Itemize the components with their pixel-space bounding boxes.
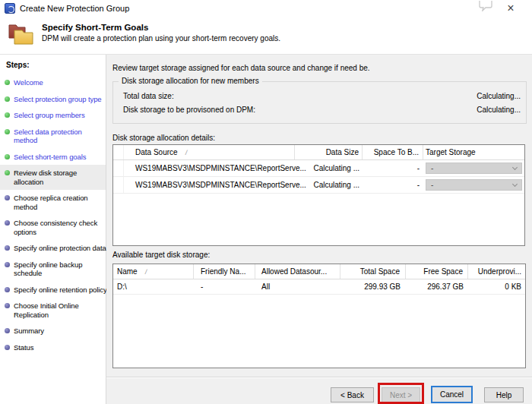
allowed-datasources-cell: All — [255, 279, 340, 294]
dpm-app-icon — [5, 3, 15, 14]
details-table-label: Disk storage allocation details: — [112, 134, 215, 142]
data-size-cell: Calculating ... — [295, 177, 363, 193]
details-table: Data Source / Data Size Space To B... Ta… — [112, 144, 525, 246]
step-status-bullet — [5, 154, 10, 159]
help-button[interactable]: Help — [484, 387, 524, 402]
column-header-space-to-be[interactable]: Space To B... — [363, 145, 423, 159]
dropdown-value: - — [431, 164, 513, 172]
feedback-bubble-icon[interactable] — [479, 1, 492, 14]
sidebar-step-select-data-protection-method[interactable]: Select data protection method — [0, 124, 106, 149]
target-storage-dropdown[interactable]: - — [426, 179, 522, 191]
window-title: Create New Protection Group — [20, 0, 129, 17]
steps-heading: Steps: — [6, 61, 106, 69]
sidebar-step-select-group-members[interactable]: Select group members — [0, 107, 106, 124]
column-header-data-size[interactable]: Data Size — [295, 145, 363, 159]
close-button[interactable]: × — [498, 0, 524, 17]
cancel-button[interactable]: Cancel — [431, 386, 473, 403]
sidebar-step-label: Specify online retention policy — [14, 286, 104, 295]
step-status-bullet — [5, 262, 10, 267]
sidebar-step-specify-online-protection-data[interactable]: Specify online protection data — [0, 240, 106, 257]
sidebar-step-welcome[interactable]: Welcome — [0, 74, 106, 91]
sidebar-step-specify-online-backup-schedule[interactable]: Specify online backup schedule — [0, 257, 106, 282]
step-status-bullet — [5, 112, 10, 118]
details-table-row[interactable]: WS19MABSV3\MSDPMINSTANCE\ReportServe...C… — [113, 160, 524, 177]
disk-storage-provisioned-row: Disk storage to be provisoned on DPM: Ca… — [113, 106, 526, 115]
sidebar-step-label: Specify online protection data — [14, 244, 104, 253]
sort-ascending-icon: / — [185, 149, 188, 156]
target-storage-cell: - — [423, 177, 524, 193]
steps-list: WelcomeSelect protection group typeSelec… — [0, 74, 106, 355]
chevron-down-icon — [512, 181, 518, 186]
sidebar-step-label: Select group members — [14, 111, 104, 120]
intro-text: Review target storage assigned for each … — [112, 64, 370, 72]
sidebar-step-status[interactable]: Status — [0, 339, 106, 356]
column-header-label: Name — [117, 267, 138, 276]
available-table-label: Available target disk storage: — [112, 251, 210, 259]
back-button[interactable]: < Back — [331, 387, 374, 402]
available-table-header: Name / Friendly Na... Allowed Datasour..… — [113, 264, 525, 279]
row-select-cell — [113, 177, 124, 193]
sidebar-step-choose-replica-creation-method[interactable]: Choose replica creation method — [0, 190, 106, 215]
sidebar-step-label: Welcome — [14, 78, 104, 87]
sidebar-step-label: Select data protection method — [14, 128, 104, 145]
total-data-size-label: Total data size: — [123, 92, 174, 100]
sidebar-step-label: Specify online backup schedule — [14, 260, 104, 278]
total-space-cell: 299.93 GB — [340, 279, 406, 294]
titlebar: Create New Protection Group × — [0, 0, 532, 17]
step-status-bullet — [5, 245, 10, 251]
column-header-total-space[interactable]: Total Space — [340, 264, 406, 279]
data-source-cell: WS19MABSV3\MSDPMINSTANCE\ReportServe... — [124, 177, 295, 193]
sidebar-step-select-protection-group-type[interactable]: Select protection group type — [0, 91, 106, 108]
column-header-underprovisioned[interactable]: Underprovi... — [468, 264, 525, 279]
sidebar-step-choose-consistency-check-options[interactable]: Choose consistency check options — [0, 215, 106, 240]
row-select-cell — [113, 160, 124, 176]
sidebar-step-label: Summary — [14, 327, 104, 336]
sidebar-step-label: Choose consistency check options — [14, 219, 104, 236]
sidebar-step-review-disk-storage-allocation[interactable]: Review disk storage allocation — [0, 165, 106, 190]
total-data-size-value: Calculating... — [477, 92, 521, 100]
allocation-groupbox: Disk storage allocation for new members … — [112, 81, 527, 124]
footer-separator — [106, 377, 532, 378]
sidebar-step-choose-initial-online-replication[interactable]: Choose Initial Online Replication — [0, 298, 106, 323]
column-header-target-storage[interactable]: Target Storage — [423, 145, 524, 159]
folders-icon — [8, 22, 35, 49]
step-status-bullet — [5, 345, 10, 350]
details-table-row[interactable]: WS19MABSV3\MSDPMINSTANCE\ReportServe...C… — [113, 177, 524, 194]
column-header-name[interactable]: Name / — [113, 264, 194, 279]
friendly-name-cell: - — [194, 279, 255, 294]
free-space-cell: 296.37 GB — [406, 279, 468, 294]
details-table-header: Data Source / Data Size Space To B... Ta… — [113, 145, 524, 160]
step-status-bullet — [5, 96, 10, 102]
sidebar-step-label: Select protection group type — [14, 95, 104, 104]
column-header-allowed-datasources[interactable]: Allowed Datasour... — [255, 264, 340, 279]
sidebar-step-specify-online-retention-policy[interactable]: Specify online retention policy — [0, 282, 106, 298]
column-header-label: Data Source — [135, 148, 178, 156]
available-table-body: D:\-All299.93 GB296.37 GB0 KB — [113, 279, 525, 295]
space-to-be-cell: - — [363, 177, 423, 193]
step-status-bullet — [5, 80, 10, 85]
next-button[interactable]: Next > — [382, 387, 420, 402]
create-new-protection-group-dialog: Create New Protection Group × Speci — [0, 0, 532, 404]
allocation-groupbox-legend: Disk storage allocation for new members — [119, 77, 262, 85]
sidebar-step-select-short-term-goals[interactable]: Select short-term goals — [0, 149, 106, 166]
sidebar-step-summary[interactable]: Summary — [0, 323, 106, 339]
available-table-row[interactable]: D:\-All299.93 GB296.37 GB0 KB — [113, 279, 525, 295]
data-source-cell: WS19MABSV3\MSDPMINSTANCE\ReportServe... — [124, 160, 295, 176]
step-status-bullet — [5, 129, 10, 134]
column-header-friendly-name[interactable]: Friendly Na... — [194, 264, 255, 279]
target-storage-cell: - — [423, 160, 524, 176]
sidebar-step-label: Status — [14, 343, 104, 352]
step-status-bullet — [5, 220, 10, 226]
page-title: Specify Short-Term Goals — [42, 23, 148, 32]
column-header-data-source[interactable]: Data Source / — [124, 145, 295, 159]
step-status-bullet — [5, 303, 10, 308]
space-to-be-cell: - — [363, 160, 423, 176]
total-data-size-row: Total data size: Calculating... — [113, 92, 526, 101]
step-status-bullet — [5, 195, 10, 200]
data-size-cell: Calculating ... — [295, 160, 363, 176]
column-header-free-space[interactable]: Free Space — [406, 264, 468, 279]
sidebar-step-label: Choose replica creation method — [14, 194, 104, 211]
target-storage-dropdown[interactable]: - — [426, 163, 522, 174]
disk-storage-provisioned-label: Disk storage to be provisoned on DPM: — [123, 106, 255, 114]
dropdown-value: - — [431, 181, 513, 189]
